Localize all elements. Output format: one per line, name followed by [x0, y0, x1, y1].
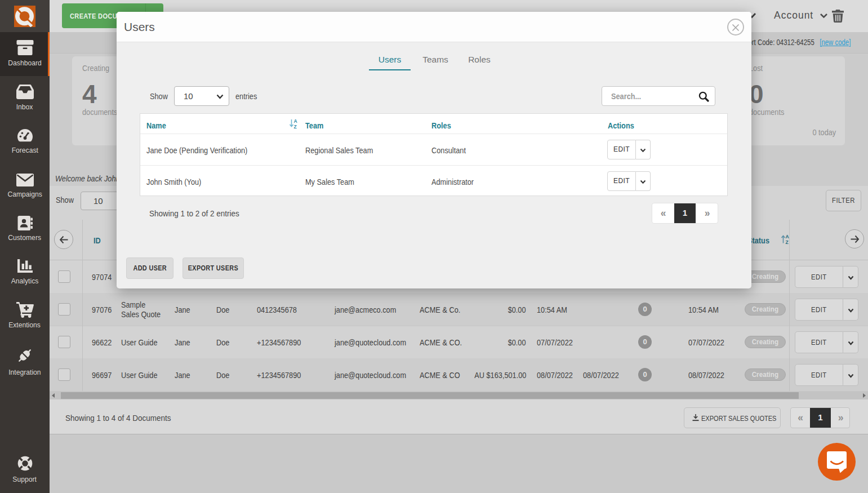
svg-text:A: A	[294, 118, 297, 124]
svg-text:A: A	[786, 234, 789, 239]
svg-text:Z: Z	[786, 239, 789, 245]
svg-text:Z: Z	[294, 124, 297, 129]
